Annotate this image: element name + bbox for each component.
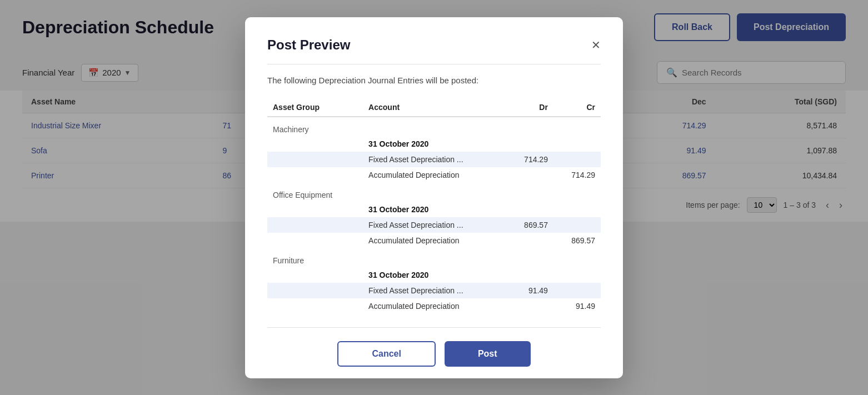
modal-overlay: Post Preview ✕ The following Depreciatio… <box>0 0 868 395</box>
modal-col-asset-group: Asset Group <box>267 98 363 117</box>
entry-date: 31 October 2020 <box>363 267 506 283</box>
modal-title: Post Preview <box>267 37 350 53</box>
debit-account: Fixed Asset Depreciation ... <box>363 217 506 233</box>
modal-col-cr: Cr <box>553 98 601 117</box>
debit-amount: 91.49 <box>506 283 553 298</box>
credit-row: Accumulated Depreciation91.49 <box>267 298 601 314</box>
credit-amount: 869.57 <box>553 233 601 248</box>
modal-entries-table: Asset Group Account Dr Cr Machinery31 Oc… <box>267 98 601 314</box>
date-row: 31 October 2020 <box>267 136 601 152</box>
debit-amount: 869.57 <box>506 217 553 233</box>
date-row: 31 October 2020 <box>267 267 601 283</box>
modal-divider <box>267 64 601 64</box>
modal-description: The following Depreciation Journal Entri… <box>267 76 601 85</box>
asset-group-row: Machinery <box>267 117 601 136</box>
modal-footer: Cancel Post <box>267 327 601 367</box>
credit-amount: 91.49 <box>553 298 601 314</box>
asset-group-row: Furniture <box>267 248 601 267</box>
cancel-button[interactable]: Cancel <box>337 341 435 367</box>
modal-table-header: Asset Group Account Dr Cr <box>267 98 601 117</box>
post-button[interactable]: Post <box>445 341 531 367</box>
group-name: Machinery <box>267 117 363 136</box>
asset-group-row: Office Equipment <box>267 183 601 202</box>
debit-row: Fixed Asset Depreciation ...869.57 <box>267 217 601 233</box>
credit-row: Accumulated Depreciation714.29 <box>267 167 601 183</box>
debit-account: Fixed Asset Depreciation ... <box>363 283 506 298</box>
debit-account: Fixed Asset Depreciation ... <box>363 152 506 167</box>
credit-row: Accumulated Depreciation869.57 <box>267 233 601 248</box>
modal-col-account: Account <box>363 98 506 117</box>
entry-date: 31 October 2020 <box>363 202 506 217</box>
debit-amount: 714.29 <box>506 152 553 167</box>
modal-col-dr: Dr <box>506 98 553 117</box>
group-name: Furniture <box>267 248 363 267</box>
modal-close-button[interactable]: ✕ <box>591 39 601 51</box>
modal-header: Post Preview ✕ <box>267 37 601 53</box>
credit-account: Accumulated Depreciation <box>363 233 506 248</box>
credit-amount: 714.29 <box>553 167 601 183</box>
debit-row: Fixed Asset Depreciation ...714.29 <box>267 152 601 167</box>
credit-account: Accumulated Depreciation <box>363 298 506 314</box>
credit-account: Accumulated Depreciation <box>363 167 506 183</box>
group-name: Office Equipment <box>267 183 363 202</box>
post-preview-modal: Post Preview ✕ The following Depreciatio… <box>245 17 623 378</box>
date-row: 31 October 2020 <box>267 202 601 217</box>
debit-row: Fixed Asset Depreciation ...91.49 <box>267 283 601 298</box>
entry-date: 31 October 2020 <box>363 136 506 152</box>
